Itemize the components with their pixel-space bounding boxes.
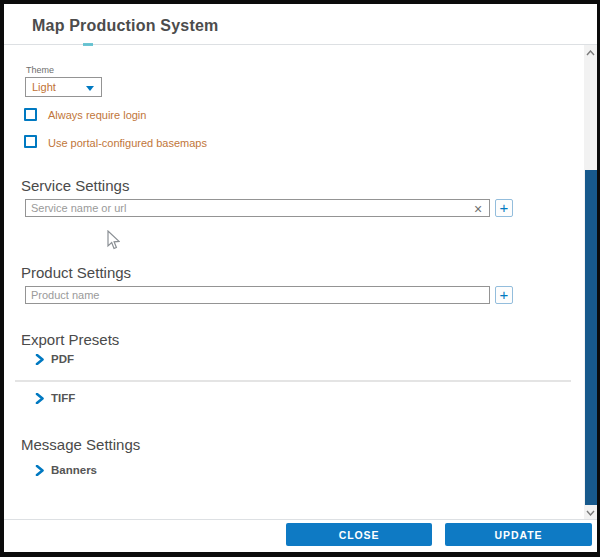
footer-divider bbox=[4, 519, 597, 520]
teal-accent-mark bbox=[83, 43, 93, 46]
update-button[interactable]: UPDATE bbox=[445, 523, 592, 546]
theme-dropdown[interactable]: Light bbox=[25, 77, 102, 97]
export-preset-tiff[interactable]: TIFF bbox=[51, 392, 75, 404]
message-setting-banners[interactable]: Banners bbox=[51, 464, 97, 476]
map-production-system-dialog: Map Production System Theme Light Always… bbox=[4, 4, 597, 552]
portal-basemaps-checkbox[interactable] bbox=[24, 135, 37, 148]
chevron-right-icon[interactable] bbox=[35, 354, 45, 365]
scroll-up-icon[interactable] bbox=[584, 46, 597, 59]
product-name-input[interactable] bbox=[25, 286, 490, 304]
portal-basemaps-label: Use portal-configured basemaps bbox=[48, 137, 207, 149]
message-settings-heading: Message Settings bbox=[21, 436, 140, 453]
chevron-right-icon[interactable] bbox=[35, 465, 45, 476]
export-presets-heading: Export Presets bbox=[21, 331, 119, 348]
service-settings-heading: Service Settings bbox=[21, 177, 129, 194]
dialog-title: Map Production System bbox=[32, 17, 218, 35]
add-service-button[interactable]: + bbox=[495, 199, 513, 217]
add-product-button[interactable]: + bbox=[495, 286, 513, 304]
always-require-login-label: Always require login bbox=[48, 109, 146, 121]
product-settings-heading: Product Settings bbox=[21, 264, 131, 281]
mouse-cursor bbox=[106, 230, 120, 251]
close-button[interactable]: CLOSE bbox=[286, 523, 432, 546]
screen: Map Production System Theme Light Always… bbox=[0, 0, 600, 557]
export-preset-pdf[interactable]: PDF bbox=[51, 353, 74, 365]
caret-down-icon bbox=[86, 86, 94, 91]
theme-label: Theme bbox=[26, 65, 54, 75]
scroll-down-icon[interactable] bbox=[584, 506, 597, 519]
theme-dropdown-value: Light bbox=[32, 81, 56, 93]
chevron-right-icon[interactable] bbox=[35, 393, 45, 404]
vertical-scrollbar[interactable] bbox=[584, 45, 597, 519]
scrollbar-thumb[interactable] bbox=[585, 170, 597, 505]
always-require-login-checkbox[interactable] bbox=[24, 108, 37, 121]
clear-service-input-icon[interactable]: × bbox=[474, 202, 482, 216]
preset-divider bbox=[15, 380, 571, 382]
service-name-input[interactable] bbox=[25, 199, 490, 217]
